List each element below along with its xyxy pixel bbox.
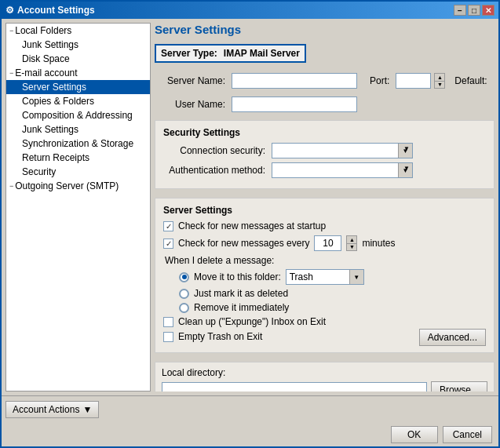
check-every-label: Check for new messages every <box>178 238 309 249</box>
empty-trash-checkbox[interactable] <box>163 332 173 342</box>
check-startup-row: Check for new messages at startup <box>163 220 486 231</box>
auth-select-wrapper: ▼ <box>272 162 413 178</box>
move-radio-label: Move it to this folder: <box>194 271 281 282</box>
port-label: Port: <box>370 75 389 86</box>
connection-select-wrapper: ▼ <box>272 143 413 158</box>
sidebar-item-return-receipts[interactable]: Return Receipts <box>6 151 150 165</box>
account-settings-window: ⚙ Account Settings − □ ✕ − Local Folders… <box>0 0 500 448</box>
user-name-input[interactable] <box>232 97 357 112</box>
port-input[interactable] <box>396 73 431 89</box>
move-to-folder-radio[interactable] <box>179 272 189 282</box>
checkbox-advanced-row: Clean up ("Expunge") Inbox on Exit Empty… <box>163 316 486 346</box>
check-every-row: Check for new messages every ▲ ▼ minutes <box>163 235 486 251</box>
remove-immediately-radio[interactable] <box>179 303 189 313</box>
title-bar: ⚙ Account Settings − □ ✕ <box>2 2 498 19</box>
sidebar-group-outgoing-label: Outgoing Server (SMTP) <box>15 180 119 191</box>
check-every-input[interactable] <box>314 235 341 251</box>
user-name-label: User Name: <box>155 99 225 110</box>
sidebar-group-email-label: E-mail account <box>15 67 77 78</box>
sidebar-group-local-folders-label: Local Folders <box>15 25 71 36</box>
sidebar-item-label: Junk Settings <box>22 124 78 135</box>
minutes-label: minutes <box>362 238 395 249</box>
checkbox-group: Clean up ("Expunge") Inbox on Exit Empty… <box>163 316 326 346</box>
window-title-text: Account Settings <box>17 5 95 16</box>
clean-inbox-row: Clean up ("Expunge") Inbox on Exit <box>163 316 326 327</box>
port-down-button[interactable]: ▼ <box>435 82 444 89</box>
collapse-icon: − <box>9 27 13 35</box>
mark-radio-label: Just mark it as deleted <box>194 288 288 299</box>
close-button[interactable]: ✕ <box>482 5 495 16</box>
default-label: Default: <box>454 75 487 86</box>
connection-security-row: Connection security: ▼ <box>163 143 486 158</box>
sidebar-item-label: Security <box>22 166 56 177</box>
delete-message-label: When I delete a message: <box>165 255 486 266</box>
minutes-spinner[interactable]: ▲ ▼ <box>346 235 357 251</box>
minutes-up-button[interactable]: ▲ <box>347 236 356 244</box>
sidebar-item-copies-folders[interactable]: Copies & Folders <box>6 94 150 108</box>
mark-radio-row: Just mark it as deleted <box>163 288 486 299</box>
server-name-input[interactable] <box>232 73 357 89</box>
port-spinner[interactable]: ▲ ▼ <box>434 73 445 89</box>
title-bar-title: ⚙ Account Settings <box>5 5 95 16</box>
main-content: − Local Folders Junk Settings Disk Space… <box>2 19 498 395</box>
security-settings-section: Security Settings Connection security: ▼… <box>155 120 495 189</box>
local-dir-row: Browse... <box>162 381 487 392</box>
auth-method-row: Authentication method: ▼ <box>163 162 486 178</box>
sidebar-item-composition-addressing[interactable]: Composition & Addressing <box>6 108 150 122</box>
right-panel: Server Settings Server Type: IMAP Mail S… <box>155 23 495 392</box>
window-icon: ⚙ <box>5 5 14 16</box>
sidebar-item-security[interactable]: Security <box>6 165 150 179</box>
connection-security-select[interactable]: ▼ <box>272 143 413 158</box>
account-actions-dropdown-icon: ▼ <box>82 404 92 415</box>
server-settings-section: Server Settings Check for new messages a… <box>155 198 495 353</box>
sidebar-item-disk-space[interactable]: Disk Space <box>6 52 150 66</box>
panel-title: Server Settings <box>155 23 495 36</box>
minutes-down-button[interactable]: ▼ <box>347 244 356 251</box>
sidebar-item-label: Copies & Folders <box>22 96 94 107</box>
auth-method-select[interactable]: ▼ <box>272 162 413 178</box>
minimize-button[interactable]: − <box>454 5 466 16</box>
account-actions-label: Account Actions <box>13 404 79 415</box>
sidebar-item-label: Disk Space <box>22 53 70 64</box>
trash-value: Trash <box>290 271 313 282</box>
port-up-button[interactable]: ▲ <box>435 74 444 82</box>
remove-radio-row: Remove it immediately <box>163 302 486 313</box>
local-dir-section: Local directory: Browse... <box>155 362 495 392</box>
sidebar-group-email-account[interactable]: − E-mail account <box>6 66 150 80</box>
account-actions-button[interactable]: Account Actions ▼ <box>5 401 99 418</box>
check-startup-checkbox[interactable] <box>163 221 173 231</box>
trash-folder-select[interactable]: Trash ▼ <box>286 269 364 285</box>
collapse-icon: − <box>9 69 13 77</box>
title-bar-controls: − □ ✕ <box>454 5 495 16</box>
mark-deleted-radio[interactable] <box>179 289 189 299</box>
sidebar-group-outgoing[interactable]: − Outgoing Server (SMTP) <box>6 179 150 193</box>
maximize-button[interactable]: □ <box>468 5 480 16</box>
collapse-icon: − <box>9 182 13 190</box>
advanced-button[interactable]: Advanced... <box>419 329 486 346</box>
account-actions-bar: Account Actions ▼ <box>2 395 498 423</box>
clean-inbox-checkbox[interactable] <box>163 317 173 327</box>
empty-trash-row: Empty Trash on Exit <box>163 331 326 342</box>
sidebar-item-junk-settings-local[interactable]: Junk Settings <box>6 38 150 52</box>
browse-button[interactable]: Browse... <box>431 381 487 392</box>
server-name-row: Server Name: Port: ▲ ▼ Default: <box>155 73 495 89</box>
sidebar-item-junk-settings-email[interactable]: Junk Settings <box>6 122 150 137</box>
check-every-checkbox[interactable] <box>163 239 173 249</box>
auth-dropdown-icon: ▼ <box>398 163 412 177</box>
auth-label: Authentication method: <box>163 165 265 176</box>
local-dir-label: Local directory: <box>162 367 487 378</box>
server-name-label: Server Name: <box>155 75 225 86</box>
sidebar-group-local-folders[interactable]: − Local Folders <box>6 24 150 38</box>
move-radio-row: Move it to this folder: Trash ▼ <box>163 269 486 285</box>
ok-button[interactable]: OK <box>391 426 438 443</box>
server-type-value: IMAP Mail Server <box>224 48 300 59</box>
cancel-button[interactable]: Cancel <box>443 426 492 443</box>
remove-radio-label: Remove it immediately <box>194 302 289 313</box>
clean-label: Clean up ("Expunge") Inbox on Exit <box>178 316 326 327</box>
sidebar-item-sync-storage[interactable]: Synchronization & Storage <box>6 137 150 151</box>
sidebar-item-label: Composition & Addressing <box>22 110 133 121</box>
sidebar-item-label: Synchronization & Storage <box>22 138 133 149</box>
local-dir-input[interactable] <box>162 382 427 392</box>
sidebar-item-server-settings[interactable]: Server Settings <box>6 80 150 94</box>
port-row: ▲ ▼ <box>396 73 445 89</box>
